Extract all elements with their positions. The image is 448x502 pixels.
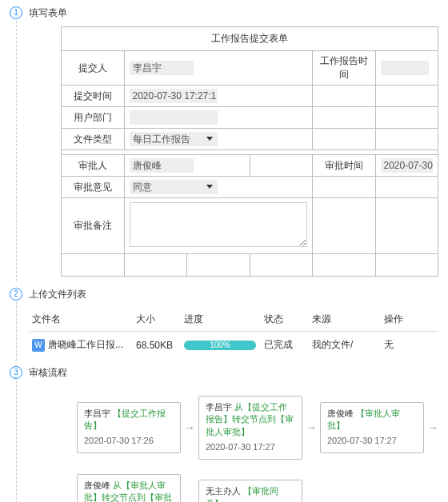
approval-flow: 李昌宇 【提交工作报告】 2020-07-30 17:26 → 李昌宇 从【提交… <box>29 388 438 502</box>
label-submit-time: 提交时间 <box>62 86 125 107</box>
approve-opinion-select[interactable]: 同意 <box>130 180 218 194</box>
step-2-number: 2 <box>10 288 22 301</box>
word-doc-icon: W <box>32 339 45 352</box>
col-size: 大小 <box>133 308 181 332</box>
col-progress: 进度 <box>181 308 261 332</box>
label-report-time: 工作报告时间 <box>313 51 376 86</box>
label-approve-time: 审批时间 <box>313 155 376 177</box>
flow-node-4[interactable]: 唐俊峰 从【审批人审批】转交节点到【审批同意】 2020-07-30 18:30 <box>77 474 181 502</box>
step-3-number: 3 <box>10 366 22 379</box>
arrow-right-icon: → <box>184 421 195 434</box>
file-name[interactable]: 唐晓峰工作日报... <box>48 339 123 350</box>
step-3-title: 审核流程 <box>29 366 438 380</box>
file-status: 已完成 <box>261 332 309 359</box>
flow-node-5[interactable]: 无主办人 【审批同意】 2020-07-30 18:30 <box>198 480 302 502</box>
file-progress-bar: 100% <box>184 341 256 350</box>
report-time-input[interactable] <box>381 61 429 75</box>
approve-remark-textarea[interactable] <box>130 202 308 247</box>
step-1-number: 1 <box>10 6 22 19</box>
label-approver: 审批人 <box>62 155 125 177</box>
flow-node-3[interactable]: 唐俊峰 【审批人审批】 2020-07-30 17:27 <box>320 402 424 453</box>
col-action: 操作 <box>381 308 438 332</box>
file-row: W唐晓峰工作日报... 68.50KB 100% 已完成 我的文件/ 无 <box>29 332 438 359</box>
arrow-right-icon: → <box>184 499 195 502</box>
user-dept-input[interactable] <box>130 110 218 125</box>
label-approve-opinion: 审批意见 <box>62 177 125 198</box>
file-type-select[interactable]: 每日工作报告 <box>130 132 218 146</box>
step-1-title: 填写表单 <box>29 6 438 20</box>
approver-input[interactable]: 唐俊峰 <box>130 158 194 173</box>
label-user-dept: 用户部门 <box>62 107 125 129</box>
submit-time-input[interactable]: 2020-07-30 17:27:1 <box>130 89 218 103</box>
label-file-type: 文件类型 <box>62 129 125 150</box>
file-action: 无 <box>381 332 438 359</box>
arrow-right-icon: → <box>427 421 438 434</box>
form-caption: 工作报告提交表单 <box>62 27 438 51</box>
flow-node-2[interactable]: 李昌宇 从【提交工作报告】转交节点到【审批人审批】 2020-07-30 17:… <box>198 396 302 460</box>
flow-node-1[interactable]: 李昌宇 【提交工作报告】 2020-07-30 17:26 <box>77 402 181 453</box>
step-2-title: 上传文件列表 <box>29 288 438 301</box>
file-size: 68.50KB <box>133 332 181 359</box>
file-list-table: 文件名 大小 进度 状态 来源 操作 W唐晓峰工作日报... 68.50KB 1… <box>29 308 438 358</box>
approve-time-input[interactable]: 2020-07-30 18:29:5 <box>381 158 434 173</box>
label-submitter: 提交人 <box>62 51 125 86</box>
file-source[interactable]: 我的文件/ <box>309 332 381 359</box>
col-name: 文件名 <box>29 308 133 332</box>
label-approve-remark: 审批备注 <box>62 198 125 254</box>
col-source: 来源 <box>309 308 381 332</box>
report-form: 工作报告提交表单 提交人 李昌宇 工作报告时间 提交时间 2020-07-30 … <box>61 26 438 277</box>
arrow-right-icon: → <box>306 421 317 434</box>
col-status: 状态 <box>261 308 309 332</box>
file-progress-fill: 100% <box>184 341 256 350</box>
submitter-input[interactable]: 李昌宇 <box>130 61 194 75</box>
